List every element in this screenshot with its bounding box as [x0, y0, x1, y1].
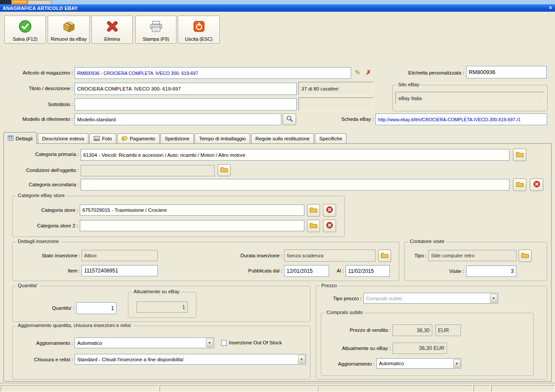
sottotitolo-field[interactable] — [75, 98, 297, 110]
details-grid-icon — [8, 136, 13, 142]
tab-specifiche-label: Specifiche — [319, 136, 342, 141]
delete-x-icon — [106, 18, 119, 35]
etichetta-label: Etichetta personalizzata : — [386, 70, 464, 75]
modello-search-button[interactable] — [283, 113, 296, 125]
tab-dettagli-label: Dettagli — [16, 136, 33, 141]
window-titlebar: ANAGRAFICA ARTICOLO EBAY — [0, 4, 555, 12]
tab-foto[interactable]: Foto — [89, 133, 116, 143]
tab-regole-restituzione[interactable]: Regole sulla restituzione — [251, 133, 314, 143]
window-bottom-edge — [0, 383, 555, 384]
tab-tempo-imballaggio-label: Tempo di imballaggio — [199, 136, 246, 141]
articolo-magazzino-field[interactable]: RM800936 - CROCIERA COMPLETA IVECO 300- … — [75, 67, 351, 79]
tab-foto-label: Foto — [102, 136, 112, 141]
print-button[interactable]: Stampa (F9) — [135, 16, 176, 44]
tab-tempo-imballaggio[interactable]: Tempo di imballaggio — [195, 133, 250, 143]
power-icon — [193, 18, 205, 35]
scheda-ebay-link[interactable]: http://www.ebay.it/itm/CROCIERA-COMPLETA… — [375, 113, 547, 125]
delete-button[interactable]: Elimina — [91, 16, 133, 44]
save-icon — [18, 18, 32, 35]
background-tab-orange — [11, 0, 27, 4]
statusbar-panel-4 — [473, 385, 490, 392]
save-button-label: Salva (F12) — [13, 36, 38, 42]
exit-button-label: Uscita (ESC) — [185, 36, 213, 42]
tab-spedizione[interactable]: Spedizione — [160, 133, 194, 143]
statusbar-panel-1 — [1, 385, 158, 392]
titolo-label: Titolo / descrizione : — [9, 86, 73, 91]
tab-pagamento[interactable]: Pagamento — [117, 133, 160, 143]
delete-button-label: Elimina — [104, 36, 120, 42]
background-window-strip — [0, 0, 555, 4]
window-title: ANAGRAFICA ARTICOLO EBAY — [3, 6, 78, 11]
background-tab-gray — [28, 0, 52, 4]
sottotitolo-label: Sottotitolo : — [9, 102, 73, 107]
tab-descrizione-estesa-label: Descrizione estesa — [42, 136, 84, 141]
tab-specifiche[interactable]: Specifiche — [315, 133, 346, 143]
remove-ebay-button[interactable]: Rimuovi da eBay — [48, 16, 90, 44]
statusbar-panel-2 — [160, 385, 317, 392]
scheda-ebay-label: Scheda eBay : — [322, 117, 374, 122]
edit-pencil-icon[interactable]: ✎ — [355, 68, 360, 77]
titolo-field[interactable]: CROCIERA COMPLETA IVECO 300- 619-697 — [75, 83, 297, 95]
printer-icon — [150, 18, 163, 35]
modello-field[interactable]: Modello-standard — [75, 113, 281, 125]
tab-descrizione-estesa[interactable]: Descrizione estesa — [38, 133, 88, 143]
close-icon[interactable]: × — [549, 5, 552, 11]
sito-ebay-field: eBay Italia — [395, 92, 544, 104]
tab-bar: Dettagli Descrizione estesa Foto Pagamen… — [3, 132, 347, 143]
modello-label: Modello di riferimento : — [9, 117, 73, 122]
dettagli-tab-panel — [3, 143, 552, 382]
package-icon — [62, 18, 76, 35]
articolo-magazzino-label: Articolo di magazzino : — [9, 70, 73, 75]
remove-ebay-button-label: Rimuovi da eBay — [51, 36, 87, 42]
statusbar-panel-5 — [491, 385, 555, 392]
photo-icon — [94, 136, 100, 142]
tab-regole-restituzione-label: Regole sulla restituzione — [255, 136, 310, 141]
sottotitolo-counter — [298, 97, 373, 111]
coins-icon — [121, 136, 127, 142]
exit-button[interactable]: Uscita (ESC) — [178, 16, 220, 44]
sito-ebay-group-label: Sito eBay — [396, 82, 421, 87]
background-window-edge — [0, 0, 11, 4]
search-icon — [286, 115, 293, 124]
print-button-label: Stampa (F9) — [143, 36, 169, 42]
save-button[interactable]: Salva (F12) — [4, 16, 46, 44]
tab-dettagli[interactable]: Dettagli — [3, 132, 37, 144]
tab-pagamento-label: Pagamento — [130, 136, 155, 141]
statusbar-panel-3 — [318, 385, 473, 392]
titolo-counter: 37 di 80 caratteri — [298, 82, 373, 95]
clear-articolo-icon[interactable]: ✗ — [366, 69, 371, 76]
etichetta-field[interactable]: RM800936 — [466, 66, 547, 78]
tab-spedizione-label: Spedizione — [165, 136, 189, 141]
